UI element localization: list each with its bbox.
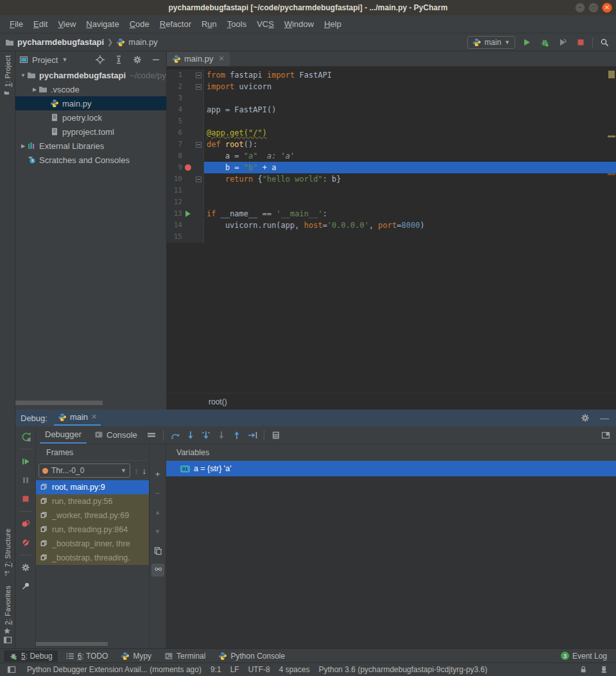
gutter[interactable]: 1 [167, 69, 204, 81]
hector-icon[interactable] [598, 663, 611, 676]
chevron-down-icon[interactable]: ▼ [19, 73, 27, 78]
toolwindow-tab-terminal[interactable]: Terminal [159, 650, 210, 662]
toolwindow-tab-mypy[interactable]: Mypy [116, 650, 157, 662]
restore-layout-button[interactable] [599, 429, 612, 442]
mute-breakpoints-button[interactable] [19, 536, 32, 549]
fold-icon[interactable] [196, 84, 201, 90]
breadcrumb-function[interactable]: root() [209, 397, 227, 406]
gutter[interactable]: 2 [167, 81, 204, 92]
code-line-4[interactable]: 4app = FastAPI() [167, 104, 616, 116]
tree-item-poetry-lock[interactable]: poetry.lock [15, 110, 166, 125]
view-breakpoints-button[interactable] [19, 517, 32, 530]
menu-refactor[interactable]: Refactor [155, 17, 196, 31]
show-watches-button[interactable] [151, 564, 164, 576]
gutter[interactable]: 11 [167, 185, 204, 196]
tree-item-scratches-and-consoles[interactable]: Scratches and Consoles [15, 153, 166, 167]
code-line-10[interactable]: 10 return {"hello world": b} [167, 173, 616, 185]
code-line-5[interactable]: 5 [167, 116, 616, 127]
toolwindow-tab-6-todo[interactable]: 6: TODO [60, 650, 114, 662]
run-to-cursor-button[interactable] [246, 429, 259, 442]
gutter[interactable]: 12 [167, 196, 204, 208]
step-into-button[interactable] [184, 429, 197, 442]
debug-tab-debugger[interactable]: Debugger [40, 427, 87, 444]
frame-row[interactable]: run, threading.py:864 [36, 523, 149, 537]
breadcrumb-project[interactable]: pycharmdebugfastapi [17, 37, 104, 47]
pin-button[interactable] [19, 580, 32, 593]
step-out-button[interactable] [230, 429, 243, 442]
toolwindow-tab-5-debug[interactable]: 5: Debug [4, 650, 58, 662]
project-panel-title[interactable]: Project [32, 55, 58, 65]
stripe-button-project[interactable]: 1: Project [4, 55, 12, 98]
code-line-2[interactable]: 2import uvicorn [167, 81, 616, 92]
frame-row[interactable]: root, main.py:9 [36, 480, 149, 494]
menu-code[interactable]: Code [125, 17, 154, 31]
breadcrumb-file[interactable]: main.py [128, 37, 158, 47]
thread-selector[interactable]: Thr...-0_0 ▼ [38, 464, 130, 478]
code-line-12[interactable]: 12 [167, 196, 616, 208]
menu-vcs[interactable]: VCS [252, 17, 278, 31]
menu-file[interactable]: File [5, 17, 28, 31]
locate-button[interactable] [94, 53, 107, 66]
status-item[interactable]: 9:1 [210, 665, 221, 674]
stop-button[interactable] [574, 36, 587, 49]
search-everywhere-button[interactable] [598, 36, 611, 49]
debug-session-tab[interactable]: main ✕ [54, 410, 101, 426]
run-gutter-icon[interactable] [185, 211, 191, 217]
fold-icon[interactable] [196, 73, 201, 78]
menu-tools[interactable]: Tools [223, 17, 251, 31]
code-line-9[interactable]: 9 b = "b" + a [167, 162, 616, 173]
lock-icon[interactable] [578, 663, 590, 676]
run-configuration-select[interactable]: main ▼ [467, 36, 515, 49]
rerun-button[interactable] [19, 430, 32, 443]
chevron-down-icon[interactable]: ▼ [62, 56, 67, 63]
add-watch-button[interactable]: + [151, 467, 164, 480]
gutter[interactable]: 5 [167, 116, 204, 127]
toolwindow-tab-python-console[interactable]: Python Console [213, 650, 290, 662]
stop-button[interactable] [19, 492, 32, 505]
frames-horizontal-scrollbar[interactable] [36, 642, 108, 646]
frame-row[interactable]: _bootstrap_inner, thre [36, 537, 149, 551]
code-line-3[interactable]: 3 [167, 92, 616, 104]
warning-stripe-mark[interactable] [608, 135, 615, 137]
menu-run[interactable]: Run [197, 17, 221, 31]
stripe-button-favorites[interactable]: 2: Favorites [3, 585, 12, 636]
close-button[interactable]: ✕ [602, 3, 612, 13]
fold-icon[interactable] [196, 177, 201, 182]
status-message[interactable]: Python Debugger Extension Avail... (mome… [27, 665, 201, 674]
settings-button[interactable] [19, 561, 32, 574]
gutter[interactable]: 8 [167, 150, 204, 162]
step-into-my-code-button[interactable] [200, 429, 212, 442]
menu-view[interactable]: View [53, 17, 80, 31]
next-frame-button[interactable]: ↓ [142, 466, 147, 476]
coverage-button[interactable] [556, 36, 569, 49]
tree-item-pycharmdebugfastapi[interactable]: ▼pycharmdebugfastapi~/code/pycharmdebugf… [15, 68, 166, 82]
status-item[interactable]: Python 3.6 (pycharmdebugfastapi-9cdjtyrg… [319, 665, 488, 674]
tree-item--vscode[interactable]: ▶.vscode [15, 82, 166, 96]
code-line-8[interactable]: 8 a = "a" a: 'a' [167, 150, 616, 162]
close-icon[interactable]: ✕ [91, 413, 97, 421]
frame-row[interactable]: _bootstrap, threading. [36, 551, 149, 565]
gutter[interactable]: 7 [167, 139, 204, 150]
settings-icon[interactable] [579, 412, 592, 424]
breakpoint-icon[interactable] [185, 164, 191, 171]
frame-row[interactable]: _worker, thread.py:69 [36, 508, 149, 523]
project-horizontal-scrollbar[interactable] [15, 401, 103, 405]
status-item[interactable]: LF [230, 665, 239, 674]
code-line-14[interactable]: 14 uvicorn.run(app, host='0.0.0.0', port… [167, 220, 616, 231]
stripe-button-structure[interactable]: 7: Structure [4, 528, 12, 578]
code-line-7[interactable]: 7def root(): [167, 139, 616, 150]
hide-icon[interactable]: — [598, 412, 611, 424]
code-line-15[interactable]: 15 [167, 231, 616, 243]
tree-item-main-py[interactable]: main.py [15, 96, 166, 110]
breakpoint-stripe-mark[interactable] [608, 173, 615, 175]
menu-help[interactable]: Help [320, 17, 346, 31]
duplicate-button[interactable] [151, 544, 164, 557]
menu-edit[interactable]: Edit [29, 17, 52, 31]
gutter[interactable]: 4 [167, 104, 204, 116]
gutter[interactable]: 14 [167, 220, 204, 231]
step-over-button[interactable] [169, 429, 182, 442]
code-line-11[interactable]: 11 [167, 185, 616, 196]
run-button[interactable] [520, 36, 533, 49]
maximize-button[interactable]: □ [588, 3, 599, 13]
code-line-1[interactable]: 1from fastapi import FastAPI [167, 69, 616, 81]
